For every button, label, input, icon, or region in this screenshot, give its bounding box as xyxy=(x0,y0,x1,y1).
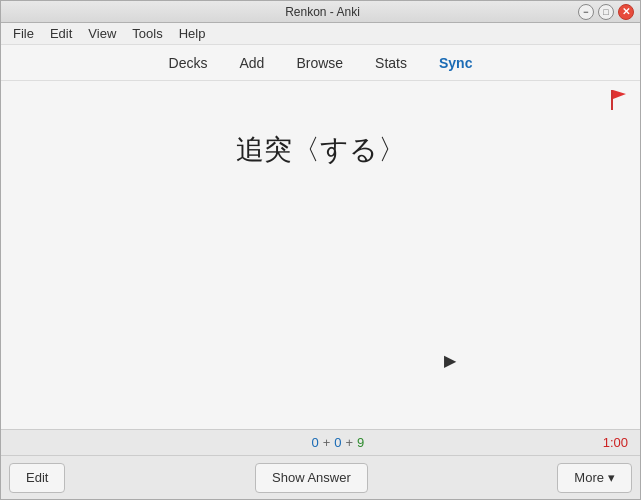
maximize-button[interactable]: □ xyxy=(598,4,614,20)
card-counters: 0 + 0 + 9 xyxy=(311,435,364,450)
minimize-button[interactable]: − xyxy=(578,4,594,20)
nav-add[interactable]: Add xyxy=(225,51,278,75)
learn-count: 0 xyxy=(334,435,341,450)
cursor-indicator: ▶ xyxy=(444,351,456,370)
due-count: 9 xyxy=(357,435,364,450)
menu-view[interactable]: View xyxy=(80,24,124,43)
more-dropdown-icon: ▾ xyxy=(608,470,615,485)
card-area: 追突〈する〉 ▶ xyxy=(1,81,640,429)
nav-bar: Decks Add Browse Stats Sync xyxy=(1,45,640,81)
status-bar: 0 + 0 + 9 1:00 xyxy=(1,429,640,455)
card-text: 追突〈する〉 xyxy=(236,131,406,169)
menu-help[interactable]: Help xyxy=(171,24,214,43)
window-controls: − □ ✕ xyxy=(578,4,634,20)
menu-tools[interactable]: Tools xyxy=(124,24,170,43)
svg-rect-0 xyxy=(611,90,613,110)
separator-1: + xyxy=(323,435,331,450)
menu-edit[interactable]: Edit xyxy=(42,24,80,43)
menu-bar: File Edit View Tools Help xyxy=(1,23,640,45)
app-window: Renkon - Anki − □ ✕ File Edit View Tools… xyxy=(0,0,641,500)
title-bar: Renkon - Anki − □ ✕ xyxy=(1,1,640,23)
svg-marker-1 xyxy=(613,90,626,99)
nav-sync[interactable]: Sync xyxy=(425,51,486,75)
edit-button[interactable]: Edit xyxy=(9,463,65,493)
show-answer-button[interactable]: Show Answer xyxy=(255,463,368,493)
timer-display: 1:00 xyxy=(603,435,628,450)
new-count: 0 xyxy=(311,435,318,450)
nav-stats[interactable]: Stats xyxy=(361,51,421,75)
flag-button[interactable] xyxy=(608,89,628,109)
close-button[interactable]: ✕ xyxy=(618,4,634,20)
window-title: Renkon - Anki xyxy=(67,5,578,19)
nav-decks[interactable]: Decks xyxy=(155,51,222,75)
menu-file[interactable]: File xyxy=(5,24,42,43)
separator-2: + xyxy=(345,435,353,450)
nav-browse[interactable]: Browse xyxy=(282,51,357,75)
more-button[interactable]: More ▾ xyxy=(557,463,632,493)
action-bar: Edit Show Answer More ▾ xyxy=(1,455,640,499)
